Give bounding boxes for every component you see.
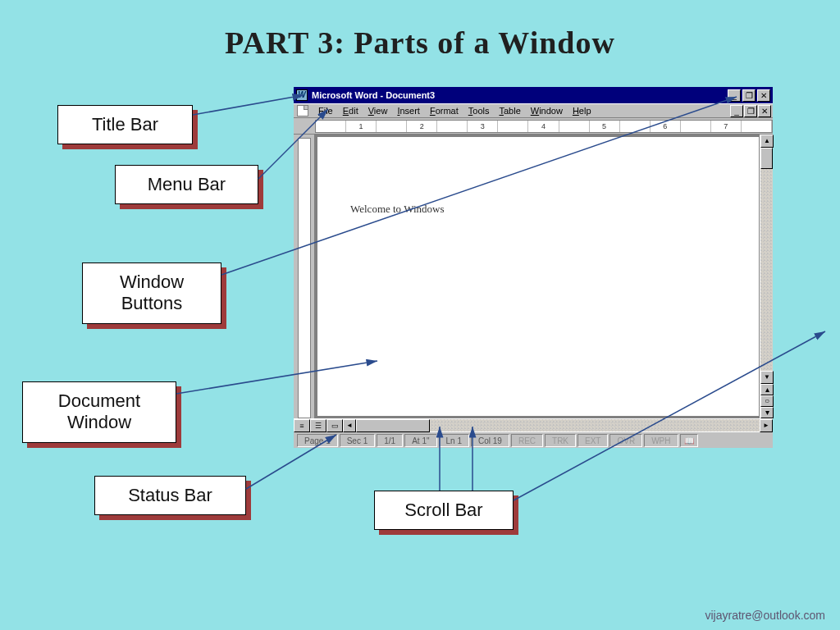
minimize-button[interactable]: _ xyxy=(728,89,741,102)
menu-file[interactable]: File xyxy=(313,106,338,116)
status-pages: 1/1 xyxy=(377,434,403,447)
menu-window[interactable]: Window xyxy=(526,106,568,116)
word-window: W Microsoft Word - Document3 _ ❐ ✕ File … xyxy=(294,87,773,440)
document-page[interactable]: Welcome to Windows xyxy=(317,136,760,417)
menu-insert[interactable]: Insert xyxy=(392,106,425,116)
vertical-ruler xyxy=(294,135,315,418)
scroll-left-button[interactable]: ◄ xyxy=(343,419,356,432)
scroll-right-button[interactable]: ► xyxy=(760,419,773,432)
menu-edit[interactable]: Edit xyxy=(338,106,363,116)
status-page: Page 1 xyxy=(297,434,338,447)
status-ext: EXT xyxy=(578,434,608,447)
status-wph: WPH xyxy=(644,434,678,447)
vscroll-thumb[interactable] xyxy=(760,148,773,169)
maximize-button[interactable]: ❐ xyxy=(742,89,756,102)
callout-scroll-bar: Scroll Bar xyxy=(374,491,514,530)
menu-table[interactable]: Table xyxy=(494,106,525,116)
browse-object-button[interactable]: ○ xyxy=(760,395,774,407)
doc-restore-button[interactable]: ❐ xyxy=(744,105,757,117)
status-rec: REC xyxy=(511,434,543,447)
menu-help[interactable]: Help xyxy=(568,106,596,116)
callout-document-window: Document Window xyxy=(22,381,176,443)
slide-title: PART 3: Parts of a Window xyxy=(0,25,840,61)
footer-email: vijayratre@outlook.com xyxy=(705,609,826,622)
view-normal-button[interactable]: ≡ xyxy=(294,419,310,432)
callout-window-buttons: Window Buttons xyxy=(82,262,221,324)
document-icon xyxy=(297,105,308,116)
horizontal-ruler: 1 2 3 4 5 6 7 xyxy=(294,118,773,135)
horizontal-scrollbar[interactable]: ◄ ► xyxy=(343,419,773,431)
doc-minimize-button[interactable]: _ xyxy=(730,105,743,117)
menu-tools[interactable]: Tools xyxy=(463,106,495,116)
view-outline-button[interactable]: ☰ xyxy=(310,419,326,432)
vscroll-track[interactable] xyxy=(760,169,773,371)
svg-line-0 xyxy=(193,95,304,115)
callout-status-bar: Status Bar xyxy=(94,476,246,515)
window-buttons-group: _ ❐ ✕ xyxy=(728,89,770,102)
titlebar[interactable]: W Microsoft Word - Document3 _ ❐ ✕ xyxy=(294,87,773,103)
document-text: Welcome to Windows xyxy=(350,203,444,215)
menu-view[interactable]: View xyxy=(363,106,393,116)
vertical-scrollbar[interactable]: ▲ ▼ ▴ ○ ▾ xyxy=(760,135,773,418)
titlebar-text: Microsoft Word - Document3 xyxy=(312,90,728,100)
status-col: Col 19 xyxy=(471,434,509,447)
status-trk: TRK xyxy=(545,434,576,447)
doc-close-button[interactable]: ✕ xyxy=(758,105,771,117)
status-ovr: OVR xyxy=(609,434,642,447)
word-app-icon: W xyxy=(296,89,308,101)
callout-title-bar: Title Bar xyxy=(57,105,193,144)
close-button[interactable]: ✕ xyxy=(757,89,770,102)
next-page-button[interactable]: ▾ xyxy=(760,407,774,418)
prev-page-button[interactable]: ▴ xyxy=(760,384,774,395)
callout-menu-bar: Menu Bar xyxy=(115,165,258,204)
status-ln: Ln 1 xyxy=(439,434,469,447)
view-page-button[interactable]: ▭ xyxy=(326,419,343,432)
scroll-down-button[interactable]: ▼ xyxy=(760,371,774,384)
menubar: File Edit View Insert Format Tools Table… xyxy=(294,103,773,118)
hscroll-thumb[interactable] xyxy=(356,419,430,432)
menu-format[interactable]: Format xyxy=(425,106,463,116)
scroll-up-button[interactable]: ▲ xyxy=(760,135,774,148)
horizontal-scroll-row: ≡ ☰ ▭ ◄ ► xyxy=(294,418,773,431)
hscroll-track[interactable] xyxy=(356,419,760,431)
status-sec: Sec 1 xyxy=(340,434,376,447)
statusbar: Page 1 Sec 1 1/1 At 1" Ln 1 Col 19 REC T… xyxy=(294,431,773,448)
status-at: At 1" xyxy=(404,434,436,447)
document-area: Welcome to Windows ▲ ▼ ▴ ○ ▾ xyxy=(294,135,773,418)
status-book-icon: 📖 xyxy=(680,434,698,447)
